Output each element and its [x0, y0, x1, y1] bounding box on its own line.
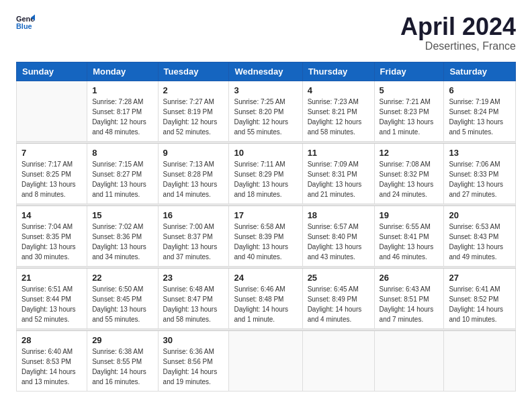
- day-info: Sunrise: 7:08 AM Sunset: 8:32 PM Dayligh…: [380, 159, 439, 199]
- day-number: 6: [449, 85, 511, 95]
- day-number: 2: [163, 85, 224, 95]
- day-info: Sunrise: 6:53 AM Sunset: 8:43 PM Dayligh…: [449, 222, 511, 262]
- cell-w3-d4: 18Sunrise: 6:57 AM Sunset: 8:40 PM Dayli…: [302, 205, 374, 266]
- cell-w1-d4: 4Sunrise: 7:23 AM Sunset: 8:21 PM Daylig…: [302, 81, 374, 141]
- day-info: Sunrise: 7:15 AM Sunset: 8:27 PM Dayligh…: [92, 159, 152, 199]
- cell-w3-d1: 15Sunrise: 7:02 AM Sunset: 8:36 PM Dayli…: [87, 205, 158, 266]
- day-info: Sunrise: 6:45 AM Sunset: 8:49 PM Dayligh…: [308, 284, 369, 324]
- day-number: 10: [234, 148, 297, 158]
- day-info: Sunrise: 6:40 AM Sunset: 8:53 PM Dayligh…: [21, 347, 82, 387]
- cell-w2-d2: 9Sunrise: 7:13 AM Sunset: 8:28 PM Daylig…: [158, 143, 229, 203]
- col-friday: Friday: [374, 62, 444, 81]
- day-number: 24: [234, 273, 297, 283]
- day-info: Sunrise: 7:11 AM Sunset: 8:29 PM Dayligh…: [234, 159, 297, 199]
- day-info: Sunrise: 7:25 AM Sunset: 8:20 PM Dayligh…: [234, 97, 297, 137]
- day-number: 3: [234, 85, 297, 95]
- cell-w5-d2: 30Sunrise: 6:36 AM Sunset: 8:56 PM Dayli…: [158, 330, 229, 391]
- day-number: 12: [380, 148, 439, 158]
- day-info: Sunrise: 6:50 AM Sunset: 8:45 PM Dayligh…: [92, 284, 152, 324]
- day-info: Sunrise: 6:43 AM Sunset: 8:51 PM Dayligh…: [380, 284, 439, 324]
- calendar-title: April 2024: [400, 13, 516, 40]
- col-sunday: Sunday: [17, 62, 87, 81]
- day-number: 21: [21, 273, 82, 283]
- cell-w2-d0: 7Sunrise: 7:17 AM Sunset: 8:25 PM Daylig…: [17, 143, 87, 203]
- cell-w4-d1: 22Sunrise: 6:50 AM Sunset: 8:45 PM Dayli…: [87, 268, 158, 328]
- cell-w4-d4: 25Sunrise: 6:45 AM Sunset: 8:49 PM Dayli…: [302, 268, 374, 328]
- cell-w4-d0: 21Sunrise: 6:51 AM Sunset: 8:44 PM Dayli…: [17, 268, 87, 328]
- cell-w5-d1: 29Sunrise: 6:38 AM Sunset: 8:55 PM Dayli…: [87, 330, 158, 391]
- day-info: Sunrise: 7:04 AM Sunset: 8:35 PM Dayligh…: [21, 222, 82, 262]
- day-number: 11: [308, 148, 369, 158]
- cell-w1-d5: 5Sunrise: 7:21 AM Sunset: 8:23 PM Daylig…: [374, 81, 444, 141]
- col-tuesday: Tuesday: [158, 62, 229, 81]
- cell-w3-d0: 14Sunrise: 7:04 AM Sunset: 8:35 PM Dayli…: [17, 205, 87, 266]
- day-info: Sunrise: 6:38 AM Sunset: 8:55 PM Dayligh…: [92, 347, 152, 387]
- cell-w1-d0: [17, 81, 87, 141]
- col-wednesday: Wednesday: [229, 62, 302, 81]
- day-info: Sunrise: 6:41 AM Sunset: 8:52 PM Dayligh…: [449, 284, 511, 324]
- day-number: 4: [308, 85, 369, 95]
- day-info: Sunrise: 6:51 AM Sunset: 8:44 PM Dayligh…: [21, 284, 82, 324]
- day-info: Sunrise: 7:09 AM Sunset: 8:31 PM Dayligh…: [308, 159, 369, 199]
- day-number: 1: [92, 85, 152, 95]
- day-number: 26: [380, 273, 439, 283]
- day-number: 20: [449, 210, 511, 220]
- day-info: Sunrise: 6:46 AM Sunset: 8:48 PM Dayligh…: [234, 284, 297, 324]
- day-info: Sunrise: 7:28 AM Sunset: 8:17 PM Dayligh…: [92, 97, 152, 137]
- day-info: Sunrise: 6:57 AM Sunset: 8:40 PM Dayligh…: [308, 222, 369, 262]
- day-number: 25: [308, 273, 369, 283]
- day-info: Sunrise: 7:17 AM Sunset: 8:25 PM Dayligh…: [21, 159, 82, 199]
- week-row-1: 1Sunrise: 7:28 AM Sunset: 8:17 PM Daylig…: [17, 81, 516, 141]
- day-number: 14: [21, 210, 82, 220]
- day-number: 7: [21, 148, 82, 158]
- cell-w5-d6: [444, 330, 516, 391]
- day-number: 30: [163, 335, 224, 345]
- calendar-subtitle: Desertines, France: [400, 40, 516, 52]
- day-number: 18: [308, 210, 369, 220]
- cell-w5-d3: [229, 330, 302, 391]
- cell-w2-d5: 12Sunrise: 7:08 AM Sunset: 8:32 PM Dayli…: [374, 143, 444, 203]
- day-info: Sunrise: 6:48 AM Sunset: 8:47 PM Dayligh…: [163, 284, 224, 324]
- title-block: April 2024 Desertines, France: [400, 13, 516, 52]
- cell-w1-d2: 2Sunrise: 7:27 AM Sunset: 8:19 PM Daylig…: [158, 81, 229, 141]
- cell-w3-d3: 17Sunrise: 6:58 AM Sunset: 8:39 PM Dayli…: [229, 205, 302, 266]
- header: General Blue April 2024 Desertines, Fran…: [16, 13, 516, 52]
- day-number: 9: [163, 148, 224, 158]
- logo-icon: General Blue: [16, 13, 35, 32]
- day-number: 13: [449, 148, 511, 158]
- calendar-table: Sunday Monday Tuesday Wednesday Thursday…: [16, 62, 516, 392]
- day-info: Sunrise: 7:02 AM Sunset: 8:36 PM Dayligh…: [92, 222, 152, 262]
- col-saturday: Saturday: [444, 62, 516, 81]
- calendar-header-row: Sunday Monday Tuesday Wednesday Thursday…: [17, 62, 516, 81]
- col-thursday: Thursday: [302, 62, 374, 81]
- day-info: Sunrise: 7:23 AM Sunset: 8:21 PM Dayligh…: [308, 97, 369, 137]
- cell-w2-d6: 13Sunrise: 7:06 AM Sunset: 8:33 PM Dayli…: [444, 143, 516, 203]
- week-row-2: 7Sunrise: 7:17 AM Sunset: 8:25 PM Daylig…: [17, 143, 516, 203]
- svg-text:Blue: Blue: [16, 22, 32, 30]
- cell-w1-d3: 3Sunrise: 7:25 AM Sunset: 8:20 PM Daylig…: [229, 81, 302, 141]
- cell-w4-d5: 26Sunrise: 6:43 AM Sunset: 8:51 PM Dayli…: [374, 268, 444, 328]
- day-number: 28: [21, 335, 82, 345]
- cell-w1-d1: 1Sunrise: 7:28 AM Sunset: 8:17 PM Daylig…: [87, 81, 158, 141]
- day-number: 29: [92, 335, 152, 345]
- day-info: Sunrise: 7:21 AM Sunset: 8:23 PM Dayligh…: [380, 97, 439, 137]
- cell-w2-d4: 11Sunrise: 7:09 AM Sunset: 8:31 PM Dayli…: [302, 143, 374, 203]
- page: General Blue April 2024 Desertines, Fran…: [0, 0, 532, 405]
- cell-w4-d2: 23Sunrise: 6:48 AM Sunset: 8:47 PM Dayli…: [158, 268, 229, 328]
- cell-w2-d3: 10Sunrise: 7:11 AM Sunset: 8:29 PM Dayli…: [229, 143, 302, 203]
- day-number: 27: [449, 273, 511, 283]
- cell-w3-d5: 19Sunrise: 6:55 AM Sunset: 8:41 PM Dayli…: [374, 205, 444, 266]
- day-number: 16: [163, 210, 224, 220]
- day-number: 22: [92, 273, 152, 283]
- cell-w4-d6: 27Sunrise: 6:41 AM Sunset: 8:52 PM Dayli…: [444, 268, 516, 328]
- logo: General Blue: [16, 13, 35, 32]
- day-number: 5: [380, 85, 439, 95]
- day-info: Sunrise: 7:13 AM Sunset: 8:28 PM Dayligh…: [163, 159, 224, 199]
- day-number: 8: [92, 148, 152, 158]
- day-number: 23: [163, 273, 224, 283]
- week-row-4: 21Sunrise: 6:51 AM Sunset: 8:44 PM Dayli…: [17, 268, 516, 328]
- day-info: Sunrise: 6:58 AM Sunset: 8:39 PM Dayligh…: [234, 222, 297, 262]
- day-number: 17: [234, 210, 297, 220]
- cell-w1-d6: 6Sunrise: 7:19 AM Sunset: 8:24 PM Daylig…: [444, 81, 516, 141]
- cell-w5-d0: 28Sunrise: 6:40 AM Sunset: 8:53 PM Dayli…: [17, 330, 87, 391]
